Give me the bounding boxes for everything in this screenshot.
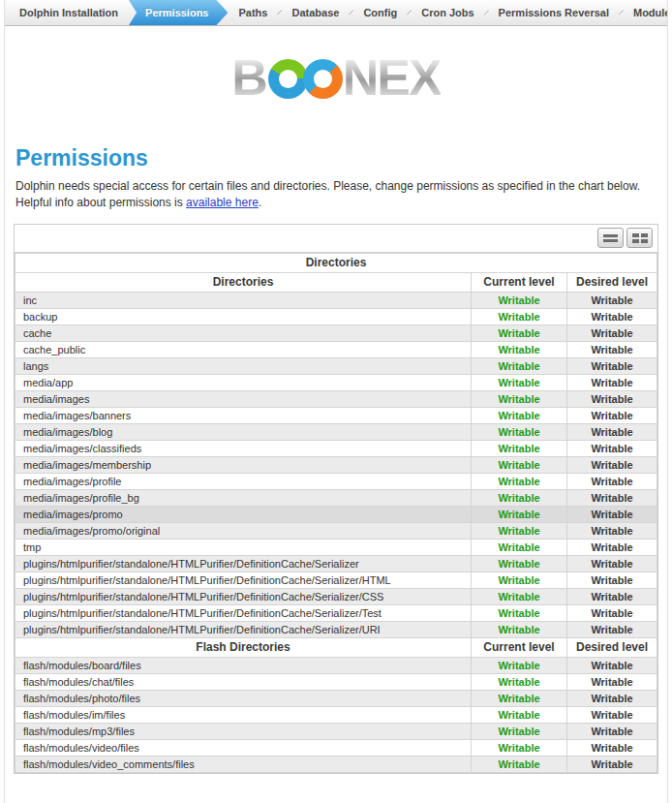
directory-path-cell: flash/modules/mp3/files (15, 723, 472, 739)
desired-level-cell: Writable (566, 308, 657, 324)
table-row: flash/modules/chat/filesWritableWritable (15, 673, 657, 690)
nav-step-modules[interactable]: Modules (623, 0, 668, 25)
directory-path-cell: flash/modules/photo/files (15, 690, 472, 706)
directory-path-cell: langs (15, 357, 472, 374)
current-level-cell: Writable (471, 374, 566, 390)
desired-level-cell: Writable (566, 357, 657, 374)
nav-step-dolphin-installation[interactable]: Dolphin Installation (9, 0, 129, 25)
table-row: media/images/profileWritableWritable (15, 473, 657, 489)
current-level-cell: Writable (471, 673, 566, 690)
desired-level-cell: Writable (566, 756, 657, 772)
directory-path-cell: inc (15, 292, 472, 308)
desired-level-cell: Writable (566, 374, 657, 390)
table-row: flash/modules/video_comments/filesWritab… (15, 756, 657, 772)
current-level-cell: Writable (471, 292, 566, 308)
desired-level-cell: Writable (566, 522, 657, 539)
column-header-1: Current level (471, 272, 566, 292)
nav-step-database[interactable]: Database (281, 0, 350, 25)
main-content: Permissions Dolphin needs special access… (5, 145, 667, 211)
directory-path-cell: plugins/htmlpurifier/standalone/HTMLPuri… (15, 555, 472, 571)
current-level-cell: Writable (471, 341, 566, 357)
directory-path-cell: media/images/blog (15, 423, 472, 440)
nav-step-config[interactable]: Config (352, 0, 408, 25)
table-row: flash/modules/im/filesWritableWritable (15, 706, 657, 723)
view-toggle-toolbar (15, 225, 657, 253)
table-row: media/imagesWritableWritable (15, 390, 657, 407)
desired-level-cell: Writable (566, 390, 657, 407)
list-view-icon (603, 234, 618, 242)
current-level-cell: Writable (471, 440, 566, 456)
table-group-header: Directories (15, 253, 657, 272)
directory-path-cell: media/images/profile_bg (15, 489, 472, 506)
column-header-1: Current level (471, 637, 566, 657)
table-row: media/images/blogWritableWritable (15, 423, 657, 440)
desired-level-cell: Writable (566, 690, 657, 706)
column-header-0: Flash Directories (15, 637, 472, 657)
current-level-cell: Writable (471, 706, 566, 723)
desired-level-cell: Writable (566, 657, 657, 673)
boonex-logo: B NEX (231, 52, 440, 103)
table-row: media/images/promoWritableWritable (15, 506, 657, 522)
table-row: flash/modules/mp3/filesWritableWritable (15, 723, 657, 739)
directory-path-cell: flash/modules/video/files (15, 739, 472, 756)
directory-path-cell: media/images/promo (15, 506, 472, 522)
table-row: media/images/membershipWritableWritable (15, 456, 657, 473)
list-view-button[interactable] (597, 228, 624, 248)
directory-path-cell: plugins/htmlpurifier/standalone/HTMLPuri… (15, 571, 472, 588)
current-level-cell: Writable (471, 555, 566, 571)
logo-container: B NEX (5, 26, 667, 103)
directory-path-cell: media/images/promo/original (15, 522, 472, 539)
directory-path-cell: flash/modules/board/files (15, 657, 472, 673)
desired-level-cell: Writable (566, 588, 657, 604)
table-row: media/images/classifiedsWritableWritable (15, 440, 657, 456)
intro-text: Dolphin needs special access for certain… (15, 178, 657, 211)
current-level-cell: Writable (471, 506, 566, 522)
desired-level-cell: Writable (566, 324, 657, 341)
directory-path-cell: media/images/profile (15, 473, 472, 489)
table-row: cacheWritableWritable (15, 324, 657, 341)
directory-path-cell: flash/modules/im/files (15, 706, 472, 723)
logo-letter-b: B (231, 54, 266, 101)
nav-step-permissions[interactable]: Permissions (129, 0, 228, 25)
current-level-cell: Writable (471, 657, 566, 673)
grid-view-button[interactable] (626, 228, 653, 248)
column-header-row: Flash DirectoriesCurrent levelDesired le… (15, 637, 657, 657)
directory-path-cell: cache (15, 324, 472, 341)
directory-path-cell: backup (15, 308, 472, 324)
desired-level-cell: Writable (566, 506, 657, 522)
directory-path-cell: media/images/banners (15, 407, 472, 423)
intro-line2: Helpful info about permissions is (15, 196, 186, 209)
desired-level-cell: Writable (566, 456, 657, 473)
logo-ring-blue-orange-icon (303, 59, 343, 99)
table-group-header-row: Directories (15, 253, 657, 272)
desired-level-cell: Writable (566, 292, 657, 308)
nav-step-paths[interactable]: Paths (228, 0, 278, 25)
nav-step-cron-jobs[interactable]: Cron Jobs (411, 0, 484, 25)
directory-path-cell: media/images/membership (15, 456, 472, 473)
directory-path-cell: plugins/htmlpurifier/standalone/HTMLPuri… (15, 604, 472, 621)
column-header-2: Desired level (566, 637, 657, 657)
table-row: flash/modules/video/filesWritableWritabl… (15, 739, 657, 756)
install-steps-nav: Dolphin InstallationPermissionsPathsData… (5, 0, 667, 26)
column-header-2: Desired level (566, 272, 657, 292)
current-level-cell: Writable (471, 423, 566, 440)
directory-path-cell: media/images (15, 390, 472, 407)
desired-level-cell: Writable (566, 407, 657, 423)
current-level-cell: Writable (471, 621, 566, 637)
table-row: media/images/bannersWritableWritable (15, 407, 657, 423)
logo-ring-green-blue-icon (268, 59, 308, 99)
available-here-link[interactable]: available here (186, 196, 259, 209)
current-level-cell: Writable (471, 473, 566, 489)
page-frame: Dolphin InstallationPermissionsPathsData… (4, 0, 668, 803)
intro-line1: Dolphin needs special access for certain… (15, 179, 640, 193)
desired-level-cell: Writable (566, 571, 657, 588)
current-level-cell: Writable (471, 456, 566, 473)
desired-level-cell: Writable (566, 621, 657, 637)
table-row: plugins/htmlpurifier/standalone/HTMLPuri… (15, 571, 657, 588)
table-row: media/images/promo/originalWritableWrita… (15, 522, 657, 539)
current-level-cell: Writable (471, 407, 566, 423)
table-row: flash/modules/photo/filesWritableWritabl… (15, 690, 657, 706)
table-row: cache_publicWritableWritable (15, 341, 657, 357)
logo-letters-nex: NEX (343, 54, 441, 101)
nav-step-permissions-reversal[interactable]: Permissions Reversal (488, 0, 620, 25)
